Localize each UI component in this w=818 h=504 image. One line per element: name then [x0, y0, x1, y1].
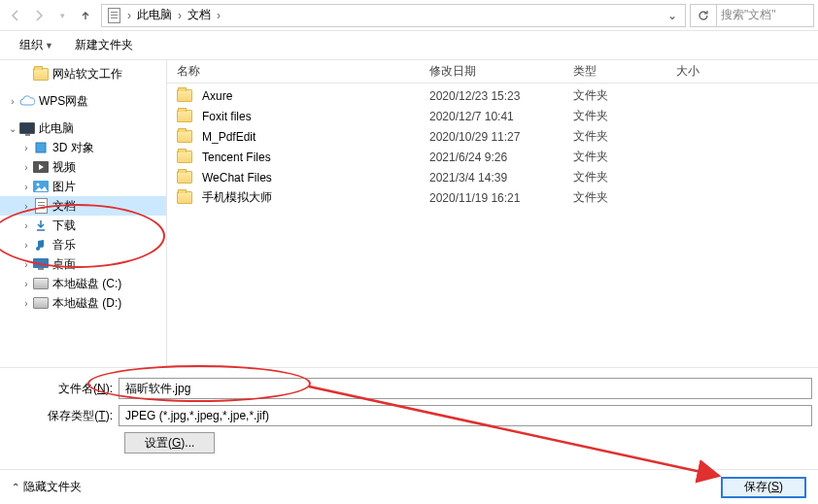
folder-icon [33, 66, 49, 82]
tree-item[interactable]: ›图片 [0, 177, 166, 196]
file-row[interactable]: Axure2020/12/23 15:23文件夹 [167, 85, 818, 106]
hide-folders-toggle[interactable]: ⌃ 隐藏文件夹 [12, 479, 82, 495]
tree-item[interactable]: ›WPS网盘 [0, 91, 166, 111]
expand-icon[interactable]: › [19, 279, 33, 289]
folder-icon [177, 129, 192, 145]
pc-icon [19, 120, 35, 136]
chevron-down-icon: ▼ [45, 41, 53, 50]
svg-rect-0 [36, 143, 46, 152]
tree-item[interactable]: 网站软文工作 [0, 64, 166, 84]
breadcrumb-item[interactable]: 此电脑 [133, 7, 176, 23]
search-input[interactable]: 搜索"文档" [717, 4, 814, 27]
save-button[interactable]: 保存(S) [721, 477, 806, 498]
filetype-label: 保存类型(T): [6, 408, 119, 424]
tree-item[interactable]: ›文档 [0, 196, 166, 216]
tree-label: 下载 [52, 218, 76, 234]
doc-icon [33, 198, 49, 214]
folder-icon [177, 150, 192, 165]
tree-label: 文档 [52, 198, 76, 215]
tree-label: 此电脑 [39, 120, 74, 137]
tree-item[interactable]: ⌄此电脑 [0, 118, 166, 138]
tree-item[interactable]: ›本地磁盘 (D:) [0, 293, 166, 313]
file-type: 文件夹 [573, 189, 676, 206]
folder-icon [177, 170, 192, 185]
breadcrumb[interactable]: › 此电脑 › 文档 › ⌄ [101, 4, 686, 27]
col-size[interactable]: 大小 [676, 63, 754, 80]
file-name: M_PdfEdit [202, 130, 256, 144]
file-name: 手机模拟大师 [202, 189, 272, 206]
filetype-select[interactable] [119, 405, 812, 426]
tree-item[interactable]: ›下载 [0, 216, 166, 235]
breadcrumb-dropdown[interactable]: ⌄ [664, 9, 681, 22]
file-row[interactable]: WeChat Files2021/3/4 14:39文件夹 [167, 167, 818, 187]
tree-item[interactable]: ›3D 对象 [0, 138, 166, 157]
svg-rect-5 [38, 268, 44, 270]
nav-recent-dropdown[interactable]: ▾ [51, 4, 74, 27]
file-row[interactable]: Foxit files2020/12/7 10:41文件夹 [167, 106, 818, 126]
expand-icon[interactable]: › [19, 162, 33, 173]
svg-point-3 [37, 184, 40, 186]
file-date: 2020/10/29 11:27 [429, 130, 573, 144]
tree-label: 桌面 [52, 256, 76, 273]
file-date: 2021/6/24 9:26 [429, 151, 573, 164]
file-type: 文件夹 [573, 128, 676, 145]
chevron-right-icon: › [176, 9, 184, 22]
organize-menu[interactable]: 组织▼ [12, 33, 61, 57]
chevron-up-icon: ⌃ [12, 482, 19, 492]
file-type: 文件夹 [573, 108, 676, 124]
doc-icon [106, 8, 121, 23]
nav-back-button[interactable] [4, 4, 27, 27]
file-date: 2021/3/4 14:39 [429, 171, 573, 185]
tree-label: 音乐 [52, 237, 76, 253]
filename-input[interactable] [119, 378, 812, 399]
file-name: Axure [202, 89, 232, 103]
tree-label: 视频 [52, 159, 76, 176]
tree-label: 图片 [52, 179, 76, 195]
nav-up-button[interactable] [74, 4, 97, 27]
file-date: 2020/11/19 16:21 [429, 191, 573, 205]
settings-button[interactable]: 设置(G)... [124, 432, 215, 454]
folder-icon [177, 88, 192, 104]
file-date: 2020/12/7 10:41 [429, 110, 573, 123]
chevron-right-icon: › [125, 9, 133, 22]
disk-icon [33, 295, 49, 311]
chevron-right-icon: › [215, 9, 222, 22]
file-name: WeChat Files [202, 171, 272, 185]
expand-icon[interactable]: › [19, 182, 33, 192]
expand-icon[interactable]: › [19, 240, 33, 251]
down-icon [33, 218, 49, 233]
expand-icon[interactable]: › [6, 96, 19, 107]
file-type: 文件夹 [573, 169, 676, 185]
music-icon [33, 237, 49, 252]
expand-icon[interactable]: › [19, 220, 33, 231]
expand-icon[interactable]: › [19, 143, 33, 153]
tree-item[interactable]: ›本地磁盘 (C:) [0, 274, 166, 293]
col-date[interactable]: 修改日期 [429, 63, 573, 80]
breadcrumb-item[interactable]: 文档 [184, 7, 215, 23]
file-row[interactable]: M_PdfEdit2020/10/29 11:27文件夹 [167, 126, 818, 147]
col-name[interactable]: 名称 [177, 63, 429, 80]
refresh-button[interactable] [690, 4, 717, 27]
new-folder-button[interactable]: 新建文件夹 [67, 33, 141, 57]
file-row[interactable]: 手机模拟大师2020/11/19 16:21文件夹 [167, 187, 818, 208]
tree-item[interactable]: ›视频 [0, 157, 166, 177]
tree-label: WPS网盘 [39, 93, 88, 110]
file-type: 文件夹 [573, 149, 676, 165]
expand-icon[interactable]: › [19, 259, 33, 270]
tree-label: 本地磁盘 (D:) [52, 295, 121, 312]
pic-icon [33, 179, 49, 194]
expand-icon[interactable]: ⌄ [6, 123, 19, 134]
column-headers[interactable]: 名称 修改日期 类型 大小 [167, 60, 818, 84]
expand-icon[interactable]: › [19, 201, 33, 212]
col-type[interactable]: 类型 [573, 63, 676, 80]
sidebar-tree: 网站软文工作›WPS网盘⌄此电脑›3D 对象›视频›图片›文档›下载›音乐›桌面… [0, 60, 167, 367]
tree-item[interactable]: ›音乐 [0, 235, 166, 254]
cloud-icon [19, 93, 35, 109]
file-row[interactable]: Tencent Files2021/6/24 9:26文件夹 [167, 147, 818, 167]
expand-icon[interactable]: › [19, 298, 33, 309]
tree-label: 3D 对象 [52, 140, 94, 156]
tree-label: 本地磁盘 (C:) [52, 276, 121, 292]
nav-forward-button[interactable] [27, 4, 51, 27]
3d-icon [33, 140, 49, 155]
tree-item[interactable]: ›桌面 [0, 254, 166, 274]
